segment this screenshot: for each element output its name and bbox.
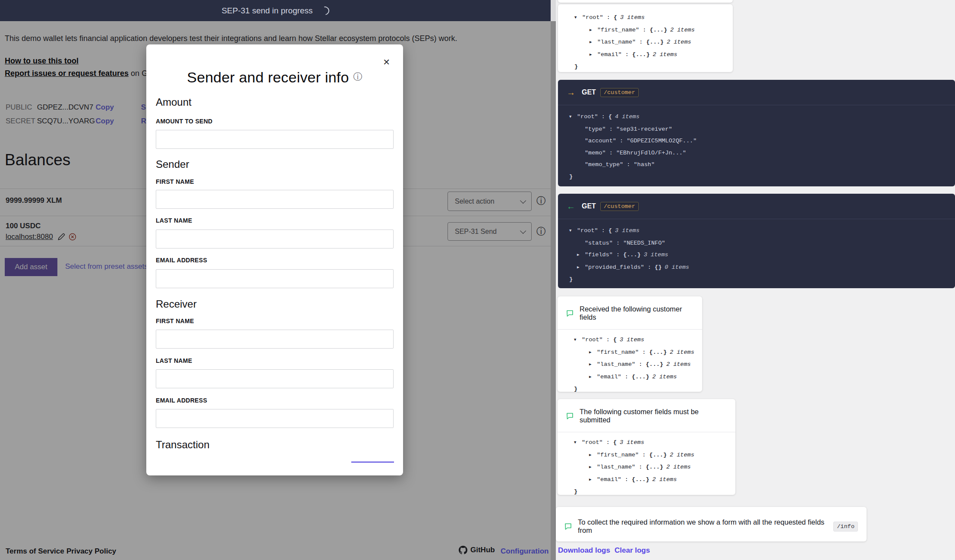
- collapse-icon[interactable]: [574, 334, 582, 346]
- sender-last-name-label: LAST NAME: [156, 217, 192, 224]
- previous-log-card-edge: [558, 0, 733, 3]
- incoming-request-arrow-icon: ←: [567, 202, 575, 211]
- expand-icon[interactable]: [589, 450, 597, 462]
- sender-first-name-label: FIRST NAME: [156, 178, 194, 185]
- outgoing-request-arrow-icon: →: [567, 88, 575, 97]
- json-key: "email": [597, 476, 621, 483]
- modal-title-text: Sender and receiver info: [187, 69, 349, 85]
- modal-title: Sender and receiver infoⓘ: [146, 69, 403, 86]
- request-method: GET: [582, 88, 596, 96]
- json-key: "provided_fields": [585, 264, 644, 271]
- json-close-brace: }: [565, 383, 694, 395]
- json-value: "NEEDS_INFO": [623, 240, 665, 246]
- expand-icon[interactable]: [589, 474, 597, 486]
- log-card-request-out: → GET /customer "root" : {4 items "type"…: [558, 80, 955, 186]
- json-key: "account": [585, 138, 616, 144]
- log-message-text: The following customer fields must be su…: [580, 408, 727, 424]
- transaction-section-heading: Transaction: [156, 439, 210, 451]
- amount-section-heading: Amount: [156, 96, 192, 108]
- log-card-message-received: Received the following customer fields "…: [558, 296, 702, 392]
- receiver-email-input[interactable]: [156, 409, 394, 428]
- receiver-first-name-input[interactable]: [156, 330, 394, 349]
- sender-email-label: EMAIL ADDRESS: [156, 257, 207, 264]
- collapse-icon[interactable]: [569, 225, 577, 237]
- expand-icon[interactable]: [589, 25, 597, 37]
- json-key: "root": [577, 227, 598, 234]
- log-card-message-info: To collect the required information we s…: [556, 507, 867, 541]
- expand-icon[interactable]: [589, 359, 597, 371]
- json-close-brace: }: [566, 171, 947, 183]
- json-value: "GDPEZIC5MMLO2QF...": [627, 138, 697, 144]
- json-key: "fields": [585, 252, 613, 258]
- sender-first-name-input[interactable]: [156, 190, 394, 209]
- json-key: "root": [582, 337, 603, 343]
- status-text: SEP-31 send in progress: [221, 6, 312, 16]
- expand-icon[interactable]: [589, 37, 597, 49]
- json-key: "root": [582, 14, 603, 21]
- json-key: "first_name": [597, 349, 639, 356]
- close-icon[interactable]: ✕: [380, 57, 393, 68]
- download-logs-link[interactable]: Download logs: [558, 546, 610, 555]
- sender-receiver-modal: ✕ Sender and receiver infoⓘ Amount AMOUN…: [146, 44, 403, 475]
- request-method: GET: [582, 202, 596, 210]
- log-message-text: To collect the required information we s…: [578, 518, 829, 535]
- expand-icon[interactable]: [589, 462, 597, 474]
- partial-button-top-edge: [351, 462, 394, 462]
- log-card-fields-json: "root" : {3 items "first_name" : {...}2 …: [558, 4, 733, 72]
- chat-bubble-icon: [566, 310, 574, 317]
- json-key: "last_name": [597, 361, 635, 368]
- progress-spinner-icon: [319, 5, 331, 17]
- expand-icon[interactable]: [589, 49, 597, 61]
- json-key: "status": [585, 240, 613, 246]
- log-card-message-submit: The following customer fields must be su…: [558, 399, 735, 495]
- receiver-section-heading: Receiver: [156, 298, 197, 310]
- json-close-brace: }: [566, 61, 725, 73]
- json-key: "type": [585, 126, 606, 132]
- status-bar: SEP-31 send in progress: [0, 0, 551, 21]
- request-path: /customer: [600, 202, 639, 211]
- sender-last-name-input[interactable]: [156, 230, 394, 249]
- json-key: "email": [597, 51, 622, 58]
- expand-icon[interactable]: [589, 371, 597, 384]
- chat-bubble-icon: [566, 412, 574, 419]
- sender-section-heading: Sender: [156, 158, 189, 170]
- receiver-first-name-label: FIRST NAME: [156, 318, 194, 324]
- json-count: 3 items: [617, 14, 645, 21]
- json-key: "memo_type": [585, 161, 623, 168]
- amount-to-send-label: AMOUNT TO SEND: [156, 118, 213, 125]
- receiver-last-name-input[interactable]: [156, 369, 394, 388]
- json-key: "root": [577, 113, 598, 120]
- sender-email-input[interactable]: [156, 269, 394, 288]
- json-key: "email": [597, 374, 621, 380]
- title-info-icon[interactable]: ⓘ: [353, 72, 362, 82]
- json-key: "first_name": [597, 27, 639, 33]
- receiver-email-label: EMAIL ADDRESS: [156, 397, 207, 404]
- amount-to-send-input[interactable]: [156, 130, 394, 149]
- chat-bubble-icon: [564, 523, 572, 530]
- json-key: "last_name": [597, 39, 636, 45]
- collapse-icon[interactable]: [569, 111, 577, 123]
- json-key: "first_name": [597, 452, 639, 458]
- json-value: "EBhrujFdlO/F+Jn...": [616, 150, 686, 156]
- collapse-icon[interactable]: [574, 12, 582, 24]
- json-close-brace: }: [565, 486, 728, 498]
- info-endpoint-pill: /info: [833, 522, 858, 532]
- json-value: "hash": [634, 161, 655, 168]
- expand-icon[interactable]: [577, 262, 585, 274]
- json-key: "root": [582, 439, 603, 446]
- expand-icon[interactable]: [589, 347, 597, 359]
- json-close-brace: }: [566, 274, 947, 286]
- request-path: /customer: [600, 88, 639, 97]
- receiver-last-name-label: LAST NAME: [156, 357, 192, 364]
- log-panel: "root" : {3 items "first_name" : {...}2 …: [556, 0, 955, 560]
- clear-logs-link[interactable]: Clear logs: [615, 546, 650, 555]
- json-value: "sep31-receiver": [616, 126, 672, 132]
- collapse-icon[interactable]: [574, 437, 582, 449]
- json-key: "memo": [585, 150, 606, 156]
- expand-icon[interactable]: [577, 249, 585, 261]
- json-key: "last_name": [597, 464, 635, 470]
- log-card-request-in: ← GET /customer "root" : {3 items "statu…: [558, 194, 955, 288]
- log-message-text: Received the following customer fields: [580, 305, 693, 321]
